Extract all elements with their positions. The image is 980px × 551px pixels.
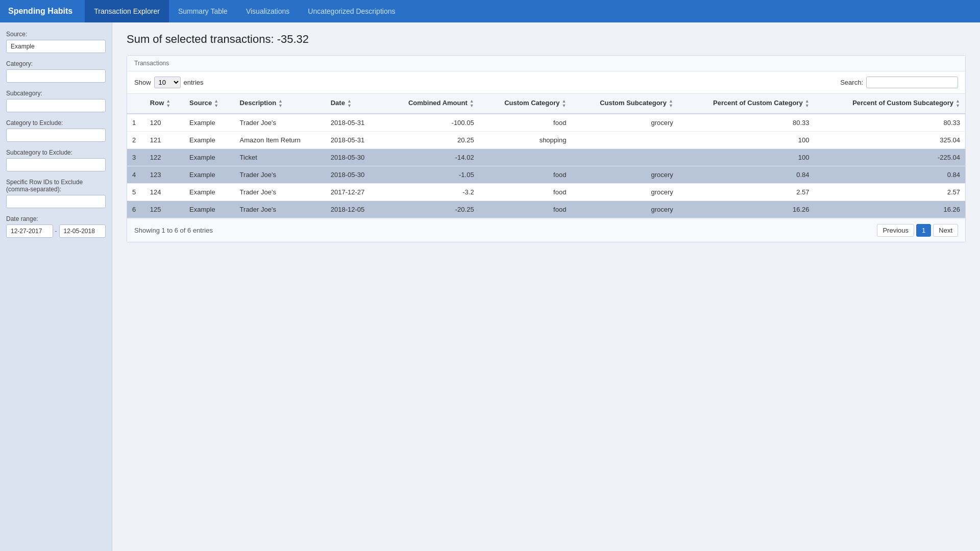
main-content: Sum of selected transactions: -35.32 Tra… [112,22,980,551]
date-end-input[interactable] [59,224,106,238]
date-range-separator: - [55,228,57,235]
col-row-num [127,94,145,114]
nav-link-transaction-explorer[interactable]: Transaction Explorer [85,0,169,22]
col-combined-amount[interactable]: Combined Amount▲▼ [382,94,479,114]
nav-link-summary-table[interactable]: Summary Table [169,0,237,22]
show-label: Show [134,79,151,86]
footer-info: Showing 1 to 6 of 6 entries [134,227,213,234]
transactions-card: Transactions Show 102550100 entries Sear… [127,55,966,242]
next-button[interactable]: Next [933,224,958,237]
col-row[interactable]: Row▲▼ [145,94,184,114]
search-input[interactable] [866,77,958,88]
table-row[interactable]: 2121ExampleAmazon Item Return2018-05-312… [127,132,965,149]
subcategory-input[interactable] [6,99,106,112]
row-ids-label: Specific Row IDs to Exclude (comma-separ… [6,179,106,193]
nav-link-uncategorized-descriptions[interactable]: Uncategorized Descriptions [299,0,404,22]
table-body: 1120ExampleTrader Joe's2018-05-31-100.05… [127,114,965,218]
table-row[interactable]: 6125ExampleTrader Joe's2018-12-05-20.25f… [127,201,965,218]
sum-title: Sum of selected transactions: -35.32 [127,33,966,46]
source-input[interactable] [6,40,106,53]
category-exclude-input[interactable] [6,129,106,142]
navbar: Spending Habits Transaction ExplorerSumm… [0,0,980,22]
col-description[interactable]: Description▲▼ [235,94,326,114]
table-row[interactable]: 5124ExampleTrader Joe's2017-12-27-3.2foo… [127,184,965,201]
date-range-row: - [6,224,106,238]
col-custom-category[interactable]: Custom Category▲▼ [479,94,572,114]
search-row: Search: [840,77,958,88]
col-custom-subcategory[interactable]: Custom Subcategory▲▼ [571,94,678,114]
col-percent-custom-subcategory[interactable]: Percent of Custom Subcategory▲▼ [815,94,965,114]
col-source[interactable]: Source▲▼ [184,94,235,114]
entries-label: entries [184,79,204,86]
subcategory-exclude-input[interactable] [6,158,106,171]
date-range-field: Date range: - [6,215,106,238]
category-label: Category: [6,60,106,67]
table-row[interactable]: 3122ExampleTicket2018-05-30-14.02100-225… [127,149,965,166]
transactions-header: Transactions [127,56,965,71]
page-layout: Source: Category: Subcategory: Category … [0,22,980,551]
subcategory-field: Subcategory: [6,90,106,112]
app-brand: Spending Habits [8,7,72,16]
nav-link-visualizations[interactable]: Visualizations [237,0,299,22]
search-label: Search: [840,79,863,86]
category-exclude-field: Category to Exclude: [6,119,106,142]
table-controls: Show 102550100 entries Search: [127,71,965,93]
table-row[interactable]: 4123ExampleTrader Joe's2018-05-30-1.05fo… [127,166,965,184]
date-start-input[interactable] [6,224,53,238]
source-label: Source: [6,31,106,38]
subcategory-exclude-label: Subcategory to Exclude: [6,149,106,156]
entries-select[interactable]: 102550100 [154,77,181,88]
page-1-button[interactable]: 1 [916,224,931,237]
col-percent-custom-category[interactable]: Percent of Custom Category▲▼ [678,94,815,114]
pagination: Previous 1 Next [877,224,958,237]
category-exclude-label: Category to Exclude: [6,119,106,127]
col-date[interactable]: Date▲▼ [326,94,382,114]
table-row[interactable]: 1120ExampleTrader Joe's2018-05-31-100.05… [127,114,965,132]
category-input[interactable] [6,69,106,83]
table-head: Row▲▼Source▲▼Description▲▼Date▲▼Combined… [127,94,965,114]
source-field: Source: [6,31,106,53]
nav-links: Transaction ExplorerSummary TableVisuali… [85,0,404,22]
previous-button[interactable]: Previous [877,224,914,237]
row-ids-field: Specific Row IDs to Exclude (comma-separ… [6,179,106,208]
sidebar: Source: Category: Subcategory: Category … [0,22,112,551]
row-ids-input[interactable] [6,195,106,208]
show-entries: Show 102550100 entries [134,77,204,88]
subcategory-label: Subcategory: [6,90,106,97]
subcategory-exclude-field: Subcategory to Exclude: [6,149,106,171]
date-range-label: Date range: [6,215,106,222]
table-header-row: Row▲▼Source▲▼Description▲▼Date▲▼Combined… [127,94,965,114]
category-field: Category: [6,60,106,83]
table-footer: Showing 1 to 6 of 6 entries Previous 1 N… [127,218,965,242]
transactions-table: Row▲▼Source▲▼Description▲▼Date▲▼Combined… [127,93,965,218]
